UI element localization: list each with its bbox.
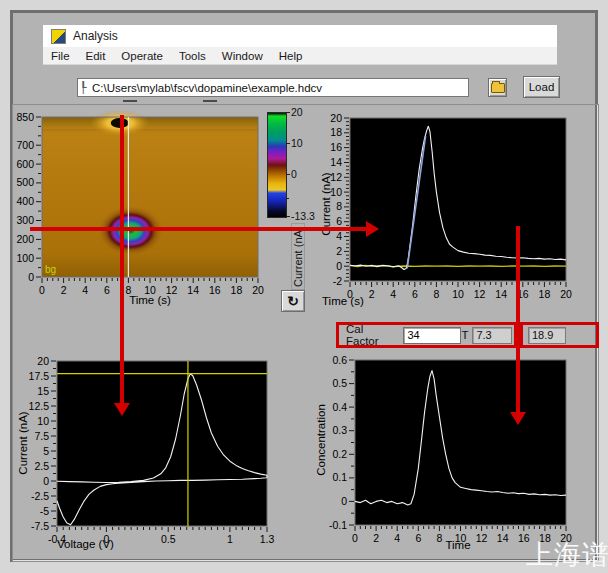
title-bar: Analysis [43, 25, 557, 47]
current-vs-time-graph[interactable]: 0246810121416182020181614121086420-2Time… [318, 108, 602, 318]
svg-text:500: 500 [16, 176, 34, 188]
t-indicator: 7.3 [472, 327, 512, 344]
svg-text:10: 10 [330, 186, 342, 198]
svg-text:600: 600 [16, 158, 34, 170]
svg-text:17.5: 17.5 [29, 370, 50, 382]
svg-text:2: 2 [373, 532, 379, 544]
svg-text:400: 400 [16, 195, 34, 207]
color-plot-heatmap[interactable]: 0246810121416182001002003004005006007008… [14, 108, 264, 310]
svg-text:8: 8 [336, 200, 342, 212]
svg-text:200: 200 [16, 233, 34, 245]
svg-text:6: 6 [104, 284, 110, 296]
file-path-input[interactable] [92, 82, 468, 94]
browse-button[interactable] [488, 78, 507, 97]
color-scale-tick-label: 10 [291, 137, 303, 149]
svg-text:6: 6 [412, 288, 418, 300]
annotation-arrow-right-line [30, 227, 366, 231]
svg-text:4: 4 [390, 288, 396, 300]
svg-text:0.4: 0.4 [332, 401, 347, 413]
cal-factor-input[interactable] [403, 327, 461, 344]
menu-bar: File Edit Operate Tools Window Help [43, 47, 557, 65]
svg-text:2: 2 [336, 245, 342, 257]
svg-text:0: 0 [43, 475, 49, 487]
svg-text:-2: -2 [333, 275, 342, 287]
svg-text:16: 16 [209, 284, 221, 296]
menu-edit[interactable]: Edit [78, 50, 114, 62]
file-path-control[interactable]: ┞ [77, 78, 469, 97]
svg-text:300: 300 [16, 214, 34, 226]
svg-text:0.1: 0.1 [332, 471, 347, 483]
menu-window[interactable]: Window [214, 50, 271, 62]
svg-text:Voltage (V): Voltage (V) [57, 538, 114, 550]
menu-tools[interactable]: Tools [171, 50, 214, 62]
svg-text:8: 8 [436, 532, 442, 544]
color-scale-tick [286, 216, 290, 217]
color-scale-gradient [267, 112, 287, 218]
svg-text:-7.5: -7.5 [31, 520, 49, 532]
svg-text:20: 20 [330, 112, 342, 124]
svg-text:12.5: 12.5 [29, 400, 50, 412]
panel-mark [123, 100, 137, 102]
path-type-icon: ┞ [80, 81, 90, 94]
svg-text:1: 1 [227, 533, 233, 545]
menu-operate[interactable]: Operate [113, 50, 171, 62]
annotation-arrow-down1-line [120, 115, 124, 403]
autoscale-z-button[interactable]: ↻ [281, 290, 305, 312]
svg-text:-0.1: -0.1 [329, 519, 347, 531]
t-label: T [461, 329, 468, 341]
svg-text:14: 14 [497, 532, 509, 544]
color-scale-minor-tick [286, 198, 289, 199]
watermark: 上海谱仪 [526, 537, 608, 573]
panel-mark [203, 100, 217, 102]
annotation-arrow-down1-head [114, 403, 130, 416]
annotation-arrow-down2-line [516, 226, 520, 412]
svg-text:0: 0 [336, 260, 342, 272]
svg-text:Time (s): Time (s) [322, 295, 364, 307]
folder-open-icon [491, 83, 505, 93]
annotation-arrow-right-head [366, 221, 379, 237]
svg-text:bg: bg [45, 264, 56, 275]
svg-text:10: 10 [37, 415, 49, 427]
cyclic-voltammogram-graph[interactable]: -0.400.511.32017.51512.5107.552.50-2.5-5… [14, 352, 306, 560]
svg-text:-5: -5 [40, 505, 49, 517]
svg-text:14: 14 [330, 156, 342, 168]
svg-text:7.5: 7.5 [34, 430, 49, 442]
menu-help[interactable]: Help [271, 50, 311, 62]
concentration-graph[interactable]: 024681012141618200.60.50.40.30.20.10-0.1… [318, 352, 602, 562]
svg-text:-2.5: -2.5 [31, 490, 49, 502]
color-scale-tick [286, 143, 290, 144]
svg-text:Time: Time [445, 539, 470, 551]
svg-text:20: 20 [560, 288, 572, 300]
svg-text:Concentration: Concentration [315, 404, 327, 476]
annotation-arrow-down2-head [510, 412, 526, 425]
color-scale-tick [286, 112, 290, 113]
color-scale: 20100-13.3Current (nA)↻ [262, 108, 320, 320]
svg-text:4: 4 [82, 284, 88, 296]
svg-text:0: 0 [28, 271, 34, 283]
color-scale-tick [286, 174, 290, 175]
svg-text:10: 10 [452, 288, 464, 300]
color-scale-label: Current (nA) [291, 223, 305, 290]
svg-text:Time (s): Time (s) [129, 294, 171, 306]
svg-text:100: 100 [16, 252, 34, 264]
svg-text:0.5: 0.5 [161, 533, 176, 545]
svg-text:4: 4 [336, 230, 342, 242]
svg-text:0: 0 [352, 532, 358, 544]
annotation-box-cal-factor: Cal Factor T 7.3 [336, 322, 517, 348]
load-button[interactable]: Load [523, 76, 560, 98]
svg-text:18: 18 [539, 288, 551, 300]
svg-text:12: 12 [330, 171, 342, 183]
svg-text:Current (nA): Current (nA) [17, 411, 29, 474]
svg-text:2: 2 [61, 284, 67, 296]
svg-text:15: 15 [37, 385, 49, 397]
labview-app-icon [51, 29, 66, 44]
color-scale-tick-label: -13.3 [291, 210, 315, 222]
menu-file[interactable]: File [43, 50, 78, 62]
annotation-box-peak-value: 18.9 [520, 322, 599, 348]
svg-text:16: 16 [330, 141, 342, 153]
peak-current-indicator: 18.9 [528, 327, 566, 344]
window-title: Analysis [73, 29, 118, 43]
svg-text:18: 18 [231, 284, 243, 296]
svg-text:20: 20 [37, 355, 49, 367]
svg-text:0.5: 0.5 [332, 377, 347, 389]
